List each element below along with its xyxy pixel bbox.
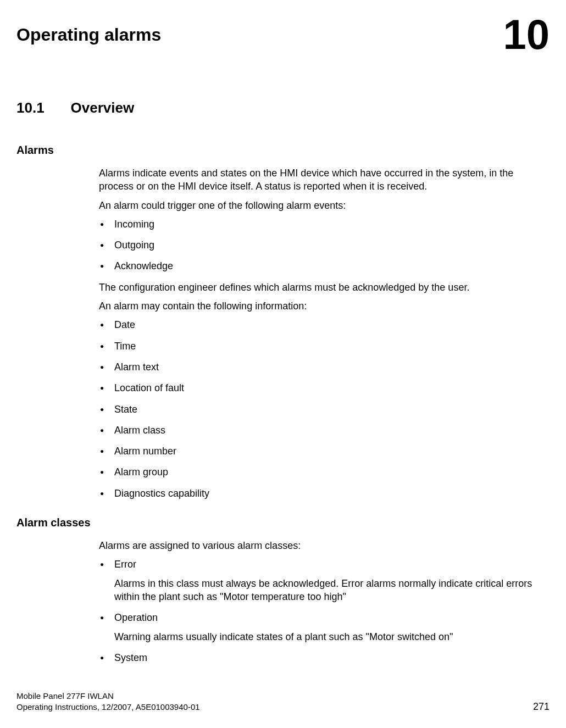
chapter-title: Operating alarms	[16, 25, 161, 45]
section-number: 10.1	[16, 99, 45, 116]
list-item: Alarm text	[99, 360, 550, 374]
subheading-alarm-classes: Alarm classes	[16, 516, 550, 529]
alarm-events-list: Incoming Outgoing Acknowledge	[99, 218, 550, 273]
list-item: Alarm class	[99, 424, 550, 437]
list-item: State	[99, 403, 550, 416]
list-item-label: Error	[114, 559, 136, 570]
paragraph: An alarm could trigger one of the follow…	[99, 199, 550, 212]
list-item-label: System	[114, 652, 147, 663]
page-footer: Mobile Panel 277F IWLAN Operating Instru…	[16, 691, 550, 713]
list-item-label: Operation	[114, 612, 158, 623]
footer-product: Mobile Panel 277F IWLAN	[16, 691, 200, 702]
list-item: Location of fault	[99, 381, 550, 394]
paragraph: Alarms are assigned to various alarm cla…	[99, 539, 550, 552]
list-item: Date	[99, 318, 550, 331]
list-item: Alarm group	[99, 465, 550, 479]
page-number: 271	[533, 701, 550, 713]
list-item: Alarm number	[99, 444, 550, 458]
paragraph: The configuration engineer defines which…	[99, 281, 550, 294]
footer-left: Mobile Panel 277F IWLAN Operating Instru…	[16, 691, 200, 713]
list-item: Time	[99, 340, 550, 353]
section-heading: 10.1Overview	[16, 99, 550, 116]
paragraph: Alarms indicate events and states on the…	[99, 166, 550, 193]
list-item: Operation Warning alarms usually indicat…	[99, 611, 550, 643]
list-item: Outgoing	[99, 238, 550, 252]
chapter-number: 10	[503, 14, 550, 55]
alarm-classes-body: Alarms are assigned to various alarm cla…	[99, 539, 550, 664]
footer-docinfo: Operating Instructions, 12/2007, A5E0100…	[16, 702, 200, 713]
section-title: Overview	[71, 99, 135, 116]
list-item: Incoming	[99, 218, 550, 231]
list-item: Acknowledge	[99, 259, 550, 273]
alarms-body: Alarms indicate events and states on the…	[99, 166, 550, 500]
list-item: Error Alarms in this class must always b…	[99, 558, 550, 603]
alarm-info-list: Date Time Alarm text Location of fault S…	[99, 318, 550, 500]
list-item: System	[99, 651, 550, 664]
list-item-desc: Warning alarms usually indicate states o…	[114, 630, 550, 643]
list-item-desc: Alarms in this class must always be ackn…	[114, 577, 550, 604]
list-item: Diagnostics capability	[99, 487, 550, 500]
alarm-classes-list: Error Alarms in this class must always b…	[99, 558, 550, 664]
subheading-alarms: Alarms	[16, 144, 550, 157]
paragraph: An alarm may contain the following infor…	[99, 299, 550, 313]
page-header: Operating alarms 10	[16, 14, 550, 55]
